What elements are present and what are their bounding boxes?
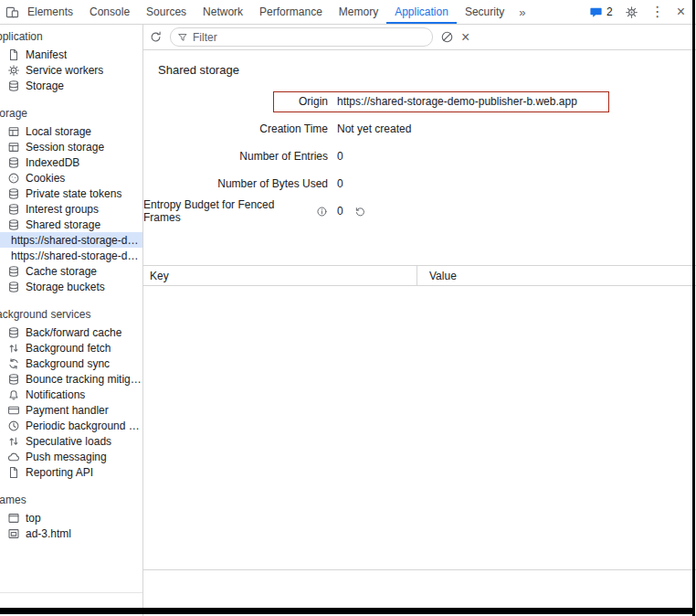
sidebar-item-label: Reporting API — [26, 466, 93, 479]
sidebar-item-interest-groups[interactable]: Interest groups — [0, 201, 142, 217]
field-value-text: 0 — [337, 150, 343, 163]
bell-icon — [7, 388, 20, 401]
sidebar-item-shared-storage[interactable]: Shared storage — [0, 217, 142, 232]
main-toolbar: × — [143, 25, 696, 50]
sidebar-item-label: Interest groups — [26, 203, 99, 216]
sidebar-item-notifications[interactable]: Notifications — [0, 387, 142, 402]
iframe-icon — [7, 527, 20, 540]
tabbar-right-controls: 2 ⋮ × — [589, 5, 696, 19]
column-header-key[interactable]: Key — [143, 270, 423, 282]
tab-memory[interactable]: Memory — [331, 0, 386, 24]
field-label-text: Number of Bytes Used — [217, 177, 328, 190]
reset-icon[interactable] — [354, 206, 366, 218]
sidebar-item-https-shared-storage-d[interactable]: https://shared-storage-d… — [0, 248, 142, 263]
filter-input[interactable] — [193, 31, 426, 44]
sidebar-item-label: Manifest — [26, 48, 67, 61]
database-icon — [7, 156, 20, 169]
info-icon[interactable] — [316, 206, 328, 218]
sidebar-item-private-state-tokens[interactable]: Private state tokens — [0, 186, 142, 201]
sidebar-item-back-forward-cache[interactable]: Back/forward cache — [0, 324, 142, 340]
sidebar-item-background-sync[interactable]: Background sync — [0, 356, 142, 371]
tab-performance[interactable]: Performance — [251, 0, 331, 24]
sidebar-item-speculative-loads[interactable]: Speculative loads — [0, 433, 142, 449]
page-title: Shared storage — [143, 50, 696, 84]
column-header-value[interactable]: Value — [423, 270, 457, 282]
field-label: Number of Entries — [143, 150, 328, 163]
console-messages-indicator[interactable]: 2 — [589, 5, 613, 19]
gear-icon — [7, 64, 20, 77]
devtools-tabbar: ElementsConsoleSourcesNetworkPerformance… — [0, 0, 696, 25]
shared-storage-view: Shared storage Originhttps://shared-stor… — [143, 50, 696, 616]
main-panel: × Shared storage Originhttps://shared-st… — [143, 25, 696, 616]
sidebar-item-label: Local storage — [26, 125, 91, 138]
sidebar-item-label: https://shared-storage-d… — [11, 250, 138, 262]
sidebar-item-cookies[interactable]: Cookies — [0, 170, 142, 186]
field-value: 0 — [337, 205, 366, 218]
sidebar-item-label: Service workers — [26, 64, 103, 77]
sidebar-item-session-storage[interactable]: Session storage — [0, 139, 142, 154]
sidebar-item-label: Speculative loads — [26, 435, 111, 448]
sidebar-item-ad-3-html[interactable]: ad-3.html — [0, 526, 142, 541]
filter-box[interactable] — [170, 27, 433, 47]
field-value: https://shared-storage-demo-publisher-b.… — [337, 95, 577, 108]
database-icon — [7, 281, 20, 293]
sidebar-item-storage-buckets[interactable]: Storage buckets — [0, 279, 142, 294]
table-icon — [7, 125, 20, 138]
sidebar-item-background-fetch[interactable]: Background fetch — [0, 340, 142, 356]
tab-elements[interactable]: Elements — [19, 0, 81, 24]
frame-icon — [7, 512, 20, 525]
updown-icon — [7, 435, 20, 448]
database-icon — [7, 373, 20, 386]
sync-icon — [7, 357, 20, 370]
sidebar-item-https-shared-storage-d[interactable]: https://shared-storage-d… — [0, 232, 142, 248]
sidebar-item-label: Cache storage — [26, 265, 97, 278]
field-value-text: https://shared-storage-demo-publisher-b.… — [337, 95, 577, 108]
field-label-text: Entropy Budget for Fenced Frames — [143, 198, 312, 224]
sidebar-item-top[interactable]: top — [0, 510, 142, 526]
field-value: Not yet created — [337, 122, 411, 135]
field-label-text: Origin — [299, 95, 328, 108]
sidebar-item-label: ad-3.html — [26, 527, 71, 540]
field-value-text: Not yet created — [337, 122, 411, 135]
tab-application[interactable]: Application — [386, 0, 457, 24]
field-label-text: Creation Time — [259, 122, 328, 135]
kebab-menu-icon[interactable]: ⋮ — [650, 5, 665, 19]
messages-icon — [589, 5, 603, 19]
sidebar-item-manifest[interactable]: Manifest — [0, 47, 142, 62]
sidebar-item-reporting-api[interactable]: Reporting API — [0, 464, 142, 480]
refresh-icon[interactable] — [149, 30, 163, 44]
field-row-creation-time: Creation TimeNot yet created — [143, 115, 696, 143]
clear-icon[interactable] — [440, 30, 454, 44]
sidebar-item-periodic-background-s[interactable]: Periodic background s… — [0, 418, 142, 433]
field-row-number-of-entries: Number of Entries0 — [143, 143, 696, 170]
sidebar-item-label: Storage buckets — [26, 281, 105, 293]
close-filter-icon[interactable]: × — [461, 30, 469, 45]
sidebar-item-label: IndexedDB — [26, 156, 79, 169]
tab-console[interactable]: Console — [81, 0, 138, 24]
field-row-entropy-budget-for-fenced-frames: Entropy Budget for Fenced Frames0 — [143, 197, 696, 225]
tab-sources[interactable]: Sources — [138, 0, 195, 24]
sidebar-item-local-storage[interactable]: Local storage — [0, 123, 142, 139]
sidebar-item-payment-handler[interactable]: Payment handler — [0, 402, 142, 418]
tab-security[interactable]: Security — [457, 0, 512, 24]
sidebar-item-storage[interactable]: Storage — [0, 78, 142, 93]
tab-network[interactable]: Network — [195, 0, 251, 24]
storage-items-table: KeyValue — [143, 265, 696, 570]
document-icon — [7, 466, 20, 479]
settings-gear-icon[interactable] — [625, 5, 638, 19]
sidebar-item-push-messaging[interactable]: Push messaging — [0, 449, 142, 464]
devtools-tabs: ElementsConsoleSourcesNetworkPerformance… — [19, 0, 512, 24]
devtools-window: ElementsConsoleSourcesNetworkPerformance… — [0, 0, 696, 616]
close-devtools-icon[interactable]: × — [677, 5, 685, 19]
sidebar-item-label: Back/forward cache — [26, 326, 121, 339]
sidebar-item-label: top — [26, 512, 41, 525]
database-icon — [7, 187, 20, 200]
more-tabs-button[interactable]: » — [512, 0, 532, 24]
sidebar-item-label: Storage — [26, 80, 64, 92]
sidebar-item-cache-storage[interactable]: Cache storage — [0, 263, 142, 279]
sidebar-item-bounce-tracking-mitiga[interactable]: Bounce tracking mitiga… — [0, 371, 142, 387]
sidebar-item-service-workers[interactable]: Service workers — [0, 62, 142, 78]
sidebar-item-indexeddb[interactable]: IndexedDB — [0, 154, 142, 170]
storage-table-body — [143, 286, 696, 569]
device-toolbar-icon[interactable] — [5, 5, 19, 19]
